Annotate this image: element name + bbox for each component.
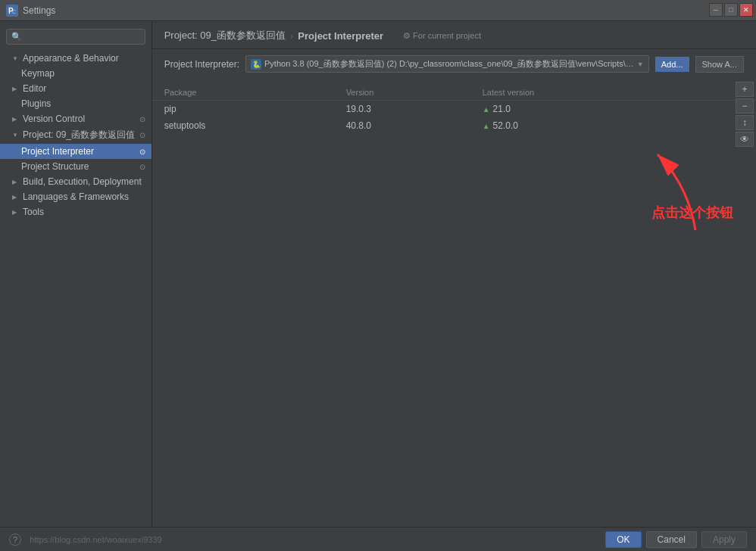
ps-icon: ⊙ [139,163,145,171]
sidebar-item-label: Project Interpreter [21,146,94,157]
search-box[interactable]: 🔍 [6,29,145,45]
expand-arrow-icon: ▶ [12,179,20,185]
upgrade-package-button[interactable]: ↕ [736,115,754,130]
sidebar-item-version-control[interactable]: ▶ Version Control ⊙ [0,111,152,126]
search-input[interactable] [25,33,140,42]
dialog-buttons: OK Cancel Apply [605,531,747,548]
table-row[interactable]: pip 19.0.3 ▲ 21.0 [152,101,756,117]
project-icon: ⊙ [139,131,145,139]
sidebar-item-label: Plugins [21,98,51,109]
bottom-url: https://blog.csdn.net/woaixuexi9339 [30,535,161,544]
table-row[interactable]: setuptools 40.8.0 ▲ 52.0.0 [152,117,756,134]
close-button[interactable]: ✕ [739,3,753,17]
sidebar-item-appearance[interactable]: ▼ Appearance & Behavior [0,51,152,66]
sidebar-item-label: Tools [23,207,44,217]
update-arrow-icon: ▲ [483,122,490,130]
expand-arrow-icon: ▼ [12,132,20,139]
annotation-arrow [627,139,718,238]
content-panel: Project: 09_函数参数返回值 › Project Interprete… [152,21,756,527]
expand-arrow-icon: ▶ [12,209,20,216]
side-actions: + − ↕ 👁 [733,79,756,147]
add-button[interactable]: Add... [655,57,689,72]
sidebar-item-label: Build, Execution, Deployment [23,176,142,187]
package-name: pip [164,104,346,114]
package-version: 19.0.3 [346,104,483,114]
add-package-button[interactable]: + [736,82,754,97]
breadcrumb-project: Project: 09_函数参数返回值 [164,29,286,42]
search-icon: 🔍 [11,32,22,42]
svg-text:C: C [12,9,16,14]
col-header-version: Version [346,88,483,97]
sidebar-item-editor[interactable]: ▶ Editor [0,81,152,96]
interpreter-label: Project Interpreter: [164,59,239,70]
sidebar-item-label: Keymap [21,68,55,79]
sidebar: 🔍 ▼ Appearance & Behavior Keymap ▶ Edito… [0,21,152,527]
remove-package-button[interactable]: − [736,98,754,114]
table-header: Package Version Latest version [152,85,756,101]
breadcrumb-separator: › [290,30,293,42]
help-section: ? https://blog.csdn.net/woaixuexi9339 [9,534,162,546]
sidebar-item-label: Appearance & Behavior [23,53,119,64]
update-arrow-icon: ▲ [483,105,490,114]
sidebar-item-label: Project: 09_函数参数返回值 [23,129,135,142]
show-all-button[interactable]: Show A... [695,56,744,73]
cancel-button[interactable]: Cancel [646,531,697,548]
package-table: Package Version Latest version pip 19.0.… [152,79,756,527]
package-latest: ▲ 21.0 [483,104,744,114]
interpreter-value: Python 3.8 (09_函数参数返回值) (2) D:\py_classr… [264,58,634,70]
sidebar-item-label: Editor [23,83,46,94]
content-inner: Project Interpreter: 🐍 Python 3.8 (09_函数… [152,49,756,527]
sidebar-item-languages[interactable]: ▶ Languages & Frameworks [0,189,152,204]
dropdown-arrow-icon: ▼ [637,61,644,68]
breadcrumb: Project: 09_函数参数返回值 › Project Interprete… [152,21,756,49]
pi-icon: ⊙ [139,148,145,156]
python-icon: 🐍 [251,59,261,70]
expand-arrow-icon: ▼ [12,55,20,62]
nav-tree: ▼ Appearance & Behavior Keymap ▶ Editor … [0,51,152,527]
sidebar-item-plugins[interactable]: Plugins [0,96,152,111]
minimize-button[interactable]: ─ [709,3,723,17]
bottom-bar: ? https://blog.csdn.net/woaixuexi9339 OK… [0,527,756,551]
expand-arrow-icon: ▶ [12,116,20,123]
maximize-button[interactable]: □ [724,3,738,17]
sidebar-item-project-interpreter[interactable]: Project Interpreter ⊙ [0,144,152,159]
package-version: 40.8.0 [346,120,483,131]
ok-button[interactable]: OK [605,531,641,548]
for-current-project: ⚙ For current project [403,31,481,41]
main-container: 🔍 ▼ Appearance & Behavior Keymap ▶ Edito… [0,21,756,527]
sidebar-item-build[interactable]: ▶ Build, Execution, Deployment [0,174,152,189]
package-name: setuptools [164,120,346,131]
package-latest: ▲ 52.0.0 [483,120,744,131]
annotation-layer: 点击这个按钮 [627,139,718,240]
sidebar-item-keymap[interactable]: Keymap [0,66,152,81]
expand-arrow-icon: ▶ [12,194,20,201]
annotation-text: 点击这个按钮 [651,204,733,222]
title-bar: P C Settings ─ □ ✕ [0,0,756,21]
breadcrumb-current: Project Interpreter [298,30,383,42]
interpreter-row: Project Interpreter: 🐍 Python 3.8 (09_函数… [152,49,756,79]
interpreter-select[interactable]: 🐍 Python 3.8 (09_函数参数返回值) (2) D:\py_clas… [245,55,649,73]
app-icon: P C [6,5,18,17]
sidebar-item-project[interactable]: ▼ Project: 09_函数参数返回值 ⊙ [0,126,152,144]
sidebar-item-label: Version Control [23,114,85,124]
sidebar-item-project-structure[interactable]: Project Structure ⊙ [0,159,152,174]
apply-button[interactable]: Apply [701,531,747,548]
window-controls: ─ □ ✕ [709,3,753,17]
expand-arrow-icon: ▶ [12,86,20,92]
show-paths-button[interactable]: 👁 [736,132,754,147]
col-header-latest: Latest version [483,88,744,97]
sidebar-item-label: Project Structure [21,161,89,172]
col-header-package: Package [164,88,346,97]
window-title: Settings [23,5,55,16]
help-icon[interactable]: ? [9,534,21,546]
sidebar-item-tools[interactable]: ▶ Tools [0,204,152,219]
vc-icon: ⊙ [139,115,145,123]
sidebar-item-label: Languages & Frameworks [23,191,129,202]
